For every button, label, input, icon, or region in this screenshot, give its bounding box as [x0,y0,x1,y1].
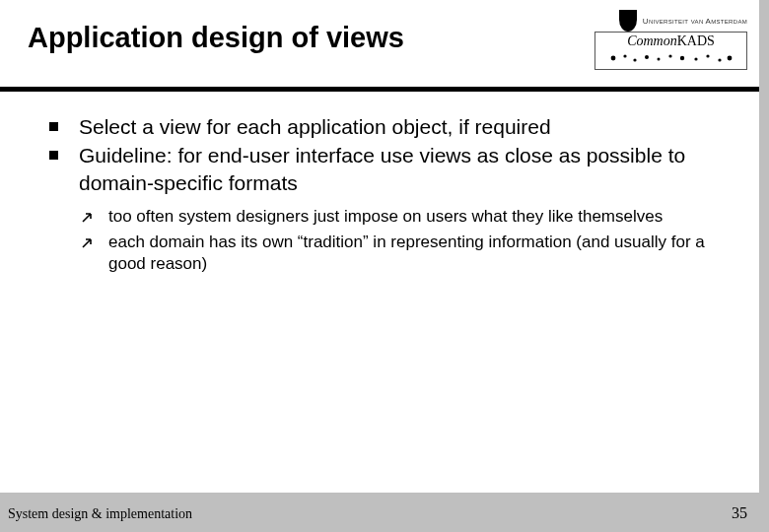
svg-point-10 [727,55,732,60]
bullet-list-level2: too often system designers just impose o… [79,206,724,275]
bullet-text: Guideline: for end-user interface use vi… [79,144,685,193]
footer-strip: System design & implementation 35 [0,493,769,532]
uva-crest-icon [619,10,637,32]
svg-point-7 [694,57,697,60]
svg-point-6 [679,55,683,59]
arrow-up-right-icon [81,208,95,222]
list-item: each domain has its own “tradition” in r… [79,232,724,275]
page-title: Application design of views [28,22,404,54]
footer-text: System design & implementation [8,506,192,522]
svg-point-5 [668,54,671,57]
bullet-text: Select a view for each application objec… [79,115,551,138]
svg-point-9 [718,58,721,61]
ck-italic: KADS [677,33,715,48]
slide-body: Select a view for each application objec… [43,113,724,279]
slide: Application design of views Universiteit… [0,0,769,532]
svg-point-3 [645,55,649,59]
commonkads-dots-icon [601,51,740,65]
slide-header: Application design of views Universiteit… [0,0,759,87]
svg-point-2 [633,58,636,61]
list-item: Guideline: for end-user interface use vi… [43,142,724,275]
page-number: 35 [732,504,747,522]
list-item: too often system designers just impose o… [79,206,724,228]
right-border-strip [759,0,769,532]
header-divider [0,87,759,92]
commonkads-name: CommonKADS [601,34,740,48]
commonkads-logo-row: CommonKADS [580,35,747,65]
commonkads-logo: CommonKADS [594,32,747,70]
arrow-up-right-icon [81,233,95,247]
ck-plain: Common [627,33,677,48]
svg-point-4 [657,57,660,60]
bullet-text: too often system designers just impose o… [108,207,663,226]
svg-point-8 [706,54,709,57]
uva-label: Universiteit van Amsterdam [643,17,747,26]
list-item: Select a view for each application objec… [43,113,724,140]
svg-point-1 [623,54,626,57]
bullet-list-level1: Select a view for each application objec… [43,113,724,275]
bullet-text: each domain has its own “tradition” in r… [108,233,705,273]
svg-point-0 [610,55,615,60]
header-logos: Universiteit van Amsterdam CommonKADS [580,6,747,65]
